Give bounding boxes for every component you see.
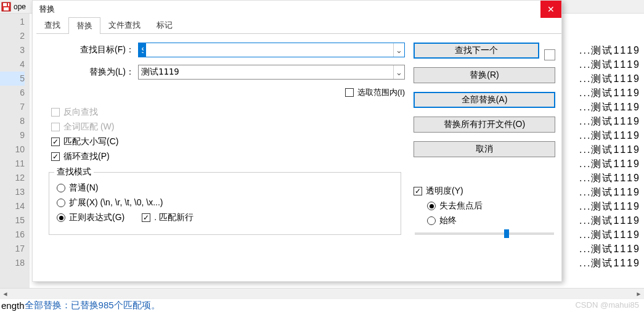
transparency-slider[interactable]	[415, 232, 554, 235]
code-line: ...测试1119	[579, 171, 640, 185]
code-line: ...测试1119	[579, 185, 640, 199]
gutter-line: 14	[0, 199, 25, 213]
whole-word-checkbox	[51, 123, 60, 131]
cancel-button[interactable]: 取消	[414, 141, 555, 157]
replace-in-open-button[interactable]: 替换所有打开文件(O)	[414, 117, 555, 133]
gutter-line: 6	[0, 86, 25, 100]
code-line: ...测试1119	[579, 242, 640, 256]
code-line: ...测试1119	[579, 114, 640, 128]
code-line: ...测试1119	[579, 86, 640, 100]
chevron-down-icon[interactable]: ⌄	[393, 43, 404, 57]
gutter-line: 17	[0, 242, 25, 256]
tab-3[interactable]: 标记	[149, 17, 181, 33]
replace-all-button[interactable]: 全部替换(A)	[414, 92, 555, 108]
chevron-down-icon[interactable]: ⌄	[393, 65, 404, 79]
gutter-line: 12	[0, 171, 25, 185]
trans-onlost-radio[interactable]	[427, 202, 436, 210]
backward-checkbox	[51, 108, 60, 117]
gutter-line: 16	[0, 228, 25, 242]
in-selection-label: 选取范围内(I)	[357, 87, 405, 98]
mode-normal-radio[interactable]	[57, 184, 65, 192]
slider-thumb[interactable]	[504, 229, 509, 238]
scroll-left-icon[interactable]: ◄	[0, 289, 10, 299]
gutter-line: 7	[0, 100, 25, 114]
transparency-checkbox[interactable]	[414, 187, 422, 195]
transparency-group: 透明度(Y) 失去焦点后 始终	[414, 186, 555, 235]
replace-label: 替换为(L)：	[39, 67, 134, 78]
backward-label: 反向查找	[63, 107, 98, 118]
svg-rect-2	[4, 7, 9, 10]
close-icon: ✕	[547, 4, 555, 14]
dialog-tabs: 查找替换文件查找标记	[36, 18, 561, 34]
status-message: 全部替换：已替换985个匹配项。	[25, 300, 160, 311]
find-label: 查找目标(F)：	[39, 44, 134, 55]
gutter-line: 3	[0, 43, 25, 57]
code-line: ...测试1119	[579, 128, 640, 142]
whole-word-label: 全词匹配 (W)	[63, 121, 114, 133]
code-line: ...测试1119	[579, 72, 640, 86]
code-line: ...测试1119	[579, 100, 640, 114]
file-tab-label[interactable]: ope	[14, 2, 26, 11]
status-left: ength	[1, 300, 25, 311]
gutter-line: 4	[0, 57, 25, 72]
code-line: ...测试1119	[579, 213, 640, 228]
gutter-line: 15	[0, 213, 25, 228]
gutter-line: 2	[0, 29, 25, 43]
search-mode-legend: 查找模式	[54, 166, 94, 178]
code-line: ...测试1119	[579, 256, 640, 270]
code-line: ...测试1119	[579, 57, 640, 72]
search-mode-group: 查找模式 普通(N) 扩展(X) (\n, \r, \t, \0, \x...)…	[49, 172, 401, 235]
code-line: ...测试1119	[579, 228, 640, 242]
h-scrollbar[interactable]: ◄ ►	[0, 288, 644, 298]
watermark: CSDN @mahui85	[575, 300, 639, 310]
svg-rect-3	[7, 3, 8, 6]
in-selection-checkbox[interactable]	[345, 88, 354, 97]
svg-rect-1	[3, 3, 9, 6]
replace-combo[interactable]: ⌄	[138, 65, 405, 80]
mode-ext-radio[interactable]	[57, 199, 65, 207]
code-line: ...测试1119	[579, 157, 640, 171]
find-input[interactable]	[139, 43, 146, 57]
find-next-button[interactable]: 查找下一个	[414, 43, 539, 59]
replace-input[interactable]	[139, 65, 393, 79]
tab-2[interactable]: 文件查找	[100, 17, 149, 33]
save-icon[interactable]	[1, 2, 11, 12]
tab-0[interactable]: 查找	[36, 17, 68, 33]
close-button[interactable]: ✕	[540, 1, 561, 18]
match-case-checkbox[interactable]	[51, 138, 60, 146]
dialog-title: 替换	[39, 4, 55, 15]
gutter-line: 5	[0, 72, 25, 86]
titlebar[interactable]: 替换 ✕	[33, 1, 561, 18]
status-bar: ength 全部替换：已替换985个匹配项。	[0, 298, 644, 312]
find-combo[interactable]: ⌄	[138, 43, 405, 57]
tab-1[interactable]: 替换	[68, 17, 100, 34]
replace-dialog: 替换 ✕ 查找替换文件查找标记 查找目标(F)： ⌄ 替换为(L)： ⌄	[32, 0, 562, 282]
replace-button[interactable]: 替换(R)	[414, 67, 555, 83]
gutter-line: 1	[0, 15, 25, 29]
gutter-line: 18	[0, 256, 25, 270]
gutter-line: 9	[0, 128, 25, 142]
match-case-label: 匹配大小写(C)	[63, 136, 118, 147]
code-line: ...测试1119	[579, 199, 640, 213]
gutter: 123456789101112131415161718	[0, 14, 30, 312]
code-line: ...测试1119	[579, 142, 640, 157]
code-line: ...测试1119	[579, 43, 640, 57]
match-newline-checkbox[interactable]	[142, 213, 150, 222]
gutter-line: 8	[0, 114, 25, 128]
find-next-aux-checkbox[interactable]	[544, 49, 555, 60]
wrap-label: 循环查找(P)	[63, 151, 110, 162]
gutter-line: 11	[0, 157, 25, 171]
gutter-line: 10	[0, 142, 25, 157]
trans-always-radio[interactable]	[427, 216, 436, 225]
scroll-right-icon[interactable]: ►	[634, 289, 644, 299]
wrap-checkbox[interactable]	[51, 152, 60, 161]
gutter-line: 13	[0, 185, 25, 199]
visible-code: ...测试1119...测试1119...测试1119...测试1119...测…	[579, 43, 640, 270]
mode-regex-radio[interactable]	[57, 213, 65, 222]
